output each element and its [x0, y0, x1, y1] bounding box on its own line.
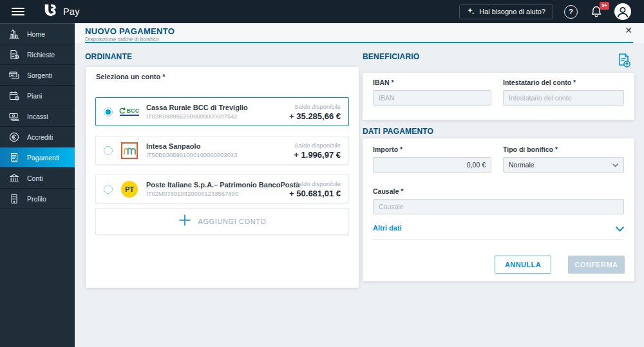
causale-input[interactable]	[373, 199, 624, 214]
sidebar-item-richieste[interactable]: Richieste	[0, 44, 75, 65]
altri-dati-link[interactable]: Altri dati	[373, 224, 402, 232]
saldo-label: Saldo disponibile	[289, 103, 341, 110]
poste-logo: PT	[118, 181, 141, 198]
banknote-icon	[8, 111, 20, 122]
notification-badge: 9+	[600, 2, 609, 10]
divider	[373, 239, 624, 240]
conferma-button[interactable]: CONFERMA	[568, 256, 625, 274]
chart-icon	[8, 28, 20, 40]
sidebar: Home Richieste Sorgenti	[0, 23, 75, 347]
intesa-logo	[118, 142, 141, 159]
tipo-bonifico-label: Tipo di bonifico *	[503, 145, 624, 153]
account-iban: IT02K0889952800000000007542	[146, 113, 289, 120]
sidebar-item-incassi[interactable]: Incassi	[0, 106, 75, 127]
sidebar-item-profilo[interactable]: Profilo	[0, 189, 75, 209]
iban-input[interactable]	[373, 90, 491, 106]
radio-unselected[interactable]	[104, 185, 113, 194]
ordinante-card: Seleziona un conto * BCC	[86, 67, 359, 288]
calendar-clock-icon	[8, 90, 20, 102]
cards-icon	[8, 70, 20, 81]
importo-label: Importo *	[373, 145, 491, 153]
annulla-button[interactable]: ANNULLA	[495, 256, 551, 274]
building-icon	[8, 193, 20, 205]
brand-logo-icon	[43, 3, 58, 20]
plus-icon	[178, 214, 191, 229]
sparkle-icon	[467, 7, 475, 16]
beneficiario-card: IBAN * Intestatario del conto *	[363, 73, 634, 120]
page-title: NUOVO PAGAMENTO	[85, 26, 175, 36]
account-iban: IT50B0306901000100000002043	[146, 151, 294, 158]
euro-coin-icon	[8, 131, 20, 143]
sidebar-item-accrediti[interactable]: Accrediti	[0, 127, 75, 147]
radio-selected[interactable]	[104, 108, 113, 117]
menu-icon[interactable]	[12, 5, 24, 18]
ordinante-title: ORDINANTE	[85, 52, 132, 61]
question-icon[interactable]: ?	[564, 5, 578, 19]
close-icon[interactable]: ✕	[625, 26, 632, 35]
account-name: Cassa Rurale BCC di Treviglio	[146, 104, 289, 111]
document-clock-icon	[8, 49, 20, 61]
saldo-value: + 1.996,97 €	[294, 150, 341, 160]
chevron-down-icon[interactable]	[616, 223, 624, 234]
import-beneficiary-icon[interactable]	[616, 52, 632, 71]
app-window: Pay Hai bisogno di aiuto? ? 9+	[0, 0, 644, 347]
chevron-down-icon	[612, 161, 618, 169]
beneficiario-title: BENEFICIARIO	[363, 52, 419, 61]
help-button[interactable]: Hai bisogno di aiuto?	[459, 5, 553, 19]
saldo-value: + 50.681,01 €	[289, 189, 341, 198]
importo-input[interactable]	[373, 157, 491, 173]
dati-pagamento-title: DATI PAGAMENTO	[363, 127, 433, 136]
holder-label: Intestatario del conto *	[503, 79, 624, 86]
sidebar-item-sorgenti[interactable]: Sorgenti	[0, 65, 75, 86]
account-row-poste[interactable]: PT Poste Italiane S.p.A.– Patrimonio Ban…	[95, 174, 349, 203]
brand: Pay	[43, 3, 80, 20]
tipo-bonifico-value: Normale	[509, 161, 535, 169]
sidebar-item-piani[interactable]: Piani	[0, 86, 75, 106]
tipo-bonifico-select[interactable]: Normale	[503, 157, 624, 173]
add-account-label: AGGIUNGI CONTO	[198, 218, 267, 225]
iban-label: IBAN *	[373, 79, 491, 86]
account-iban: IT02M0760103200001233567890	[146, 190, 289, 197]
receipt-icon	[8, 152, 20, 164]
brand-name: Pay	[63, 6, 80, 17]
add-account-button[interactable]: AGGIUNGI CONTO	[95, 208, 349, 235]
bell-icon[interactable]: 9+	[590, 5, 603, 18]
saldo-value: + 35.285,66 €	[289, 111, 341, 121]
topbar: Pay Hai bisogno di aiuto? ? 9+	[0, 0, 644, 23]
account-name: Intesa Sanpaolo	[146, 142, 294, 150]
select-account-label: Seleziona un conto *	[96, 73, 166, 80]
dati-pagamento-card: Importo * Tipo di bonifico * Normale Cau…	[363, 138, 634, 281]
main-content: NUOVO PAGAMENTO Disposizione ordine di b…	[75, 23, 644, 347]
help-button-label: Hai bisogno di aiuto?	[479, 8, 545, 15]
bank-icon	[8, 173, 20, 184]
holder-input[interactable]	[503, 90, 624, 106]
header-underline	[85, 42, 633, 43]
account-row-bcc[interactable]: BCC Cassa Rurale BCC di Treviglio IT02K0…	[95, 97, 349, 126]
bcc-logo: BCC	[118, 108, 141, 116]
causale-label: Causale *	[373, 187, 624, 195]
account-name: Poste Italiane S.p.A.– Patrimonio BancoP…	[146, 181, 289, 189]
sidebar-item-conti[interactable]: Conti	[0, 168, 75, 189]
sidebar-item-pagamenti[interactable]: Pagamenti	[0, 147, 75, 168]
radio-unselected[interactable]	[104, 146, 113, 155]
page-header: NUOVO PAGAMENTO Disposizione ordine di b…	[75, 23, 644, 43]
saldo-label: Saldo disponibile	[289, 180, 341, 187]
avatar[interactable]	[614, 3, 631, 20]
account-row-intesa[interactable]: Intesa Sanpaolo IT50B0306901000100000002…	[95, 136, 349, 165]
sidebar-item-home[interactable]: Home	[0, 24, 75, 44]
saldo-label: Saldo disponibile	[294, 142, 341, 149]
